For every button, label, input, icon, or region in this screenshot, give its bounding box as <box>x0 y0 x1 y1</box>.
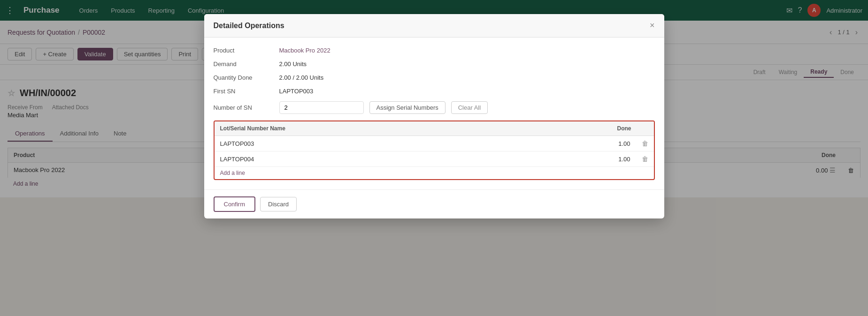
serial-add-line-button[interactable]: Add a line <box>215 167 654 179</box>
sn-delete-2[interactable]: 🗑 <box>636 151 654 166</box>
modal-demand-value: 2.00 Units <box>279 60 307 68</box>
modal-header: Detailed Operations × <box>204 14 664 38</box>
serial-numbers-table: Lot/Serial Number Name Done LAPTOP003 1.… <box>214 120 655 180</box>
sn-name-1: LAPTOP003 <box>215 136 580 151</box>
modal-title: Detailed Operations <box>214 22 284 30</box>
modal-product-row: Product Macbook Pro 2022 <box>214 47 655 54</box>
discard-button[interactable]: Discard <box>260 197 297 197</box>
modal-first-sn-value: LAPTOP003 <box>279 88 314 95</box>
modal-demand-label: Demand <box>214 60 279 68</box>
modal-qty-done-value: 2.00 / 2.00 Units <box>279 74 324 81</box>
modal-close-button[interactable]: × <box>650 21 655 30</box>
serial-row-2: LAPTOP004 1.00 🗑 <box>215 151 654 167</box>
modal-qty-done-label: Quantity Done <box>214 74 279 81</box>
sn-controls: Assign Serial Numbers Clear All <box>279 101 488 114</box>
modal-demand-row: Demand 2.00 Units <box>214 60 655 68</box>
confirm-button[interactable]: Confirm <box>214 196 256 197</box>
number-of-sn-input[interactable] <box>279 101 364 114</box>
sn-name-2: LAPTOP004 <box>215 152 580 166</box>
delete-icon-2[interactable]: 🗑 <box>642 155 648 163</box>
detailed-operations-modal: Detailed Operations × Product Macbook Pr… <box>204 14 664 197</box>
serial-table-header: Lot/Serial Number Name Done <box>215 121 654 136</box>
delete-icon-1[interactable]: 🗑 <box>642 140 648 147</box>
modal-number-sn-row: Number of SN Assign Serial Numbers Clear… <box>214 101 655 114</box>
sth-del <box>637 121 654 135</box>
modal-first-sn-label: First SN <box>214 88 279 95</box>
sth-name: Lot/Serial Number Name <box>215 121 581 135</box>
clear-all-button[interactable]: Clear All <box>451 101 488 114</box>
modal-overlay: Detailed Operations × Product Macbook Pr… <box>0 0 868 197</box>
serial-row-1: LAPTOP003 1.00 🗑 <box>215 136 654 151</box>
modal-footer: Confirm Discard <box>204 189 664 197</box>
modal-qty-done-row: Quantity Done 2.00 / 2.00 Units <box>214 74 655 81</box>
modal-product-label: Product <box>214 47 279 54</box>
modal-number-sn-label: Number of SN <box>214 104 279 111</box>
sn-done-2: 1.00 <box>580 152 636 166</box>
sth-done: Done <box>581 121 637 135</box>
sn-delete-1[interactable]: 🗑 <box>636 136 654 151</box>
modal-body: Product Macbook Pro 2022 Demand 2.00 Uni… <box>204 38 664 189</box>
modal-first-sn-row: First SN LAPTOP003 <box>214 88 655 95</box>
sn-done-1: 1.00 <box>580 136 636 151</box>
assign-serial-numbers-button[interactable]: Assign Serial Numbers <box>369 101 446 114</box>
modal-product-value: Macbook Pro 2022 <box>279 47 330 54</box>
